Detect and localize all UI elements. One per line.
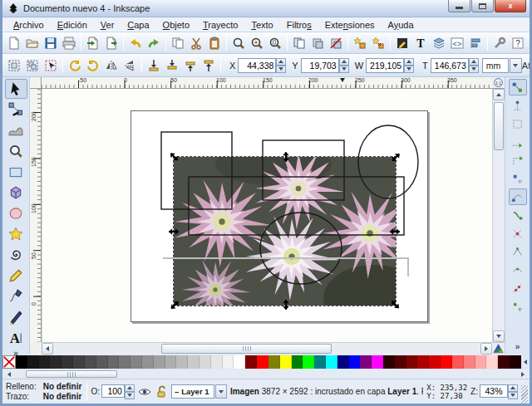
color-swatch[interactable]: [39, 355, 51, 369]
opacity-spin-down[interactable]: [125, 392, 135, 399]
color-swatch[interactable]: [326, 355, 337, 369]
h-spin-up[interactable]: [469, 58, 479, 66]
menu-ayuda[interactable]: Ayuda: [382, 19, 420, 31]
menu-edicion[interactable]: Edición: [52, 19, 93, 31]
paste-button[interactable]: [205, 34, 224, 52]
input-devices-button[interactable]: ?: [509, 34, 527, 52]
window-resize-grip[interactable]: [521, 385, 528, 404]
zoom-spin-up[interactable]: [508, 384, 518, 392]
color-swatch[interactable]: [475, 355, 487, 369]
color-swatch[interactable]: [223, 355, 234, 369]
menu-trayecto[interactable]: Trayecto: [197, 19, 244, 31]
color-swatch[interactable]: [280, 355, 292, 369]
x-field-input[interactable]: [238, 58, 276, 73]
zoom-page-button[interactable]: [266, 34, 284, 52]
swatch-none[interactable]: [2, 355, 16, 369]
node-editor-button[interactable]: [5, 100, 27, 120]
horizontal-ruler[interactable]: -50050100150200250300350: [42, 77, 492, 89]
snap-bbox-edge-midpoints-button[interactable]: [509, 152, 527, 169]
color-swatch[interactable]: [486, 355, 498, 369]
color-swatch[interactable]: [349, 355, 361, 369]
save-document-button[interactable]: [42, 34, 60, 52]
color-swatch[interactable]: [292, 355, 303, 369]
undo-button[interactable]: [126, 34, 145, 52]
import-button[interactable]: [84, 34, 102, 52]
text-dialog-button[interactable]: T: [411, 34, 430, 52]
color-swatch[interactable]: [73, 355, 85, 369]
zoom-input[interactable]: [480, 384, 508, 398]
color-swatch[interactable]: [96, 355, 108, 369]
w-spin-down[interactable]: [404, 66, 414, 73]
box3d-tool-button[interactable]: [5, 183, 27, 203]
opacity-spin-up[interactable]: [125, 384, 135, 392]
color-swatch[interactable]: [85, 355, 96, 369]
fill-stroke-dialog-button[interactable]: [393, 34, 411, 52]
layer-selector[interactable]: – Layer 1: [171, 384, 227, 399]
w-spin-up[interactable]: [404, 58, 414, 66]
color-swatch[interactable]: [119, 355, 131, 369]
snap-nodes-button[interactable]: [509, 188, 527, 205]
raise-button[interactable]: [181, 56, 200, 75]
color-swatch[interactable]: [360, 355, 372, 369]
snap-smooth-nodes-button[interactable]: [509, 262, 527, 278]
calligraphy-tool-button[interactable]: [5, 307, 27, 327]
selected-image[interactable]: [174, 157, 396, 306]
color-swatch[interactable]: [211, 355, 223, 369]
menu-texto[interactable]: Texto: [245, 19, 278, 31]
canvas[interactable]: [42, 89, 492, 342]
x-spin-down[interactable]: [276, 66, 286, 73]
scroll-right-icon[interactable]: [480, 343, 492, 355]
menu-extensiones[interactable]: Extensiones: [319, 19, 381, 31]
tweak-button[interactable]: [5, 120, 27, 140]
height-field-input[interactable]: [431, 58, 469, 73]
snap-enable-button[interactable]: [509, 79, 527, 95]
raise-to-top-button[interactable]: [200, 56, 218, 75]
color-swatch[interactable]: [464, 355, 475, 369]
bezier-pen-tool-button[interactable]: [5, 286, 27, 306]
color-swatch[interactable]: [154, 355, 165, 369]
scale-handle-right[interactable]: [389, 226, 401, 238]
color-swatch[interactable]: [417, 355, 429, 369]
menu-capa[interactable]: Capa: [121, 19, 155, 31]
hscroll-thumb[interactable]: [161, 344, 332, 354]
flip-horizontal-button[interactable]: [102, 56, 121, 75]
snap-paths-button[interactable]: [509, 207, 527, 223]
menu-archivo[interactable]: Archivo: [7, 19, 50, 31]
palette-overflow-icon[interactable]: [521, 355, 530, 369]
palette-scroll-thumb[interactable]: [26, 370, 117, 378]
color-swatch[interactable]: [498, 355, 510, 369]
select-all-layers-button[interactable]: [23, 56, 42, 75]
layer-dropdown-icon[interactable]: [215, 384, 227, 399]
color-swatch[interactable]: [50, 355, 62, 369]
unit-selector[interactable]: mm: [482, 58, 522, 73]
minimize-button[interactable]: [448, 0, 470, 12]
x-spin-up[interactable]: [276, 58, 286, 66]
snap-midpoints-button[interactable]: [509, 280, 527, 296]
width-field-input[interactable]: [366, 58, 404, 73]
color-swatch[interactable]: [441, 355, 452, 369]
snap-bbox-centers-button[interactable]: [509, 170, 527, 187]
export-button[interactable]: [102, 34, 121, 52]
menu-objeto[interactable]: Objeto: [157, 19, 195, 31]
h-spin-down[interactable]: [469, 66, 479, 73]
color-swatch[interactable]: [165, 355, 177, 369]
scale-handle-bottom[interactable]: [279, 299, 292, 311]
snap-path-intersections-button[interactable]: [509, 225, 527, 242]
color-swatch[interactable]: [176, 355, 188, 369]
color-swatch[interactable]: [142, 355, 154, 369]
deselect-button[interactable]: [42, 56, 60, 75]
color-swatch[interactable]: [188, 355, 200, 369]
zoom-tool-button[interactable]: [5, 141, 27, 161]
menu-ver[interactable]: Ver: [95, 19, 121, 31]
rotate-ccw-button[interactable]: [66, 56, 84, 75]
select-all-button[interactable]: [5, 56, 23, 75]
vertical-scrollbar[interactable]: [492, 89, 505, 342]
selector-button[interactable]: [5, 79, 27, 99]
color-swatch[interactable]: [16, 355, 27, 369]
horizontal-scrollbar[interactable]: [42, 342, 492, 355]
scroll-up-icon[interactable]: [493, 89, 505, 100]
ruler-corner-button[interactable]: 1:1: [492, 77, 505, 89]
snapbar-overflow-chevron[interactable]: »: [515, 342, 520, 351]
cut-button[interactable]: [187, 34, 205, 52]
align-dialog-button[interactable]: [466, 34, 485, 52]
